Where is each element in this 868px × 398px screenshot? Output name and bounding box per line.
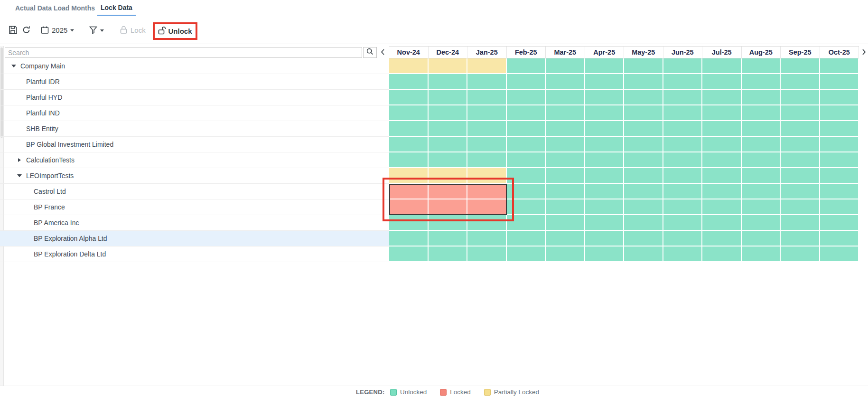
month-cell-unlocked[interactable] <box>585 246 625 262</box>
entity-row-label[interactable]: Company Main <box>0 58 389 74</box>
month-cell-unlocked[interactable] <box>546 90 585 105</box>
month-header-cell[interactable]: Sep-25 <box>781 47 820 58</box>
month-cell-unlocked[interactable] <box>546 105 585 121</box>
entity-row-label[interactable]: Planful IND <box>0 105 389 121</box>
month-cell-partially-locked[interactable] <box>467 168 507 184</box>
month-cell-unlocked[interactable] <box>781 90 820 105</box>
month-cell-unlocked[interactable] <box>585 168 625 184</box>
month-cell-unlocked[interactable] <box>389 105 429 121</box>
month-cell-partially-locked[interactable] <box>429 58 468 74</box>
month-cell-unlocked[interactable] <box>585 58 625 74</box>
month-cell-unlocked[interactable] <box>585 74 625 90</box>
month-cell-unlocked[interactable] <box>389 152 429 168</box>
month-cell-unlocked[interactable] <box>585 137 625 152</box>
caret-down-icon[interactable] <box>10 65 17 67</box>
entity-row-label[interactable]: BP Exploration Delta Ltd <box>0 246 389 262</box>
month-cell-unlocked[interactable] <box>546 246 585 262</box>
month-cell-unlocked[interactable] <box>702 58 742 74</box>
month-cell-unlocked[interactable] <box>663 74 703 90</box>
month-cell-unlocked[interactable] <box>507 58 546 74</box>
month-cell-unlocked[interactable] <box>467 105 507 121</box>
month-cell-unlocked[interactable] <box>702 137 742 152</box>
entity-row-label[interactable]: Planful IDR <box>0 74 389 90</box>
month-cell-unlocked[interactable] <box>820 152 859 168</box>
unlock-button[interactable]: Unlock <box>158 26 192 36</box>
month-cell-unlocked[interactable] <box>624 74 663 90</box>
month-cell-unlocked[interactable] <box>624 246 663 262</box>
month-cell-unlocked[interactable] <box>585 184 625 199</box>
month-cell-unlocked[interactable] <box>702 184 742 199</box>
month-cell-unlocked[interactable] <box>507 121 546 137</box>
entity-row-label[interactable]: BP France <box>0 199 389 215</box>
month-cell-unlocked[interactable] <box>702 152 742 168</box>
month-cell-unlocked[interactable] <box>663 121 703 137</box>
month-cell-unlocked[interactable] <box>507 168 546 184</box>
month-cell-unlocked[interactable] <box>781 184 820 199</box>
month-cell-unlocked[interactable] <box>663 137 703 152</box>
month-cell-unlocked[interactable] <box>781 105 820 121</box>
entity-row-label[interactable]: BP America Inc <box>0 215 389 231</box>
month-cell-unlocked[interactable] <box>624 121 663 137</box>
month-cell-unlocked[interactable] <box>742 184 781 199</box>
month-cell-unlocked[interactable] <box>663 246 703 262</box>
scroll-months-right-button[interactable] <box>860 47 868 58</box>
month-cell-unlocked[interactable] <box>820 74 859 90</box>
month-cell-unlocked[interactable] <box>702 105 742 121</box>
caret-right-icon[interactable] <box>16 158 22 162</box>
month-header-cell[interactable]: Jun-25 <box>663 47 703 58</box>
month-cell-unlocked[interactable] <box>820 137 859 152</box>
month-cell-unlocked[interactable] <box>742 58 781 74</box>
month-cell-unlocked[interactable] <box>781 215 820 231</box>
month-cell-unlocked[interactable] <box>585 199 625 215</box>
month-cell-unlocked[interactable] <box>702 121 742 137</box>
month-cell-unlocked[interactable] <box>507 231 546 246</box>
month-cell-partially-locked[interactable] <box>389 58 429 74</box>
month-cell-unlocked[interactable] <box>742 152 781 168</box>
month-header-cell[interactable]: Nov-24 <box>389 47 429 58</box>
month-cell-unlocked[interactable] <box>781 152 820 168</box>
entity-row-label[interactable]: SHB Entity <box>0 121 389 137</box>
month-cell-unlocked[interactable] <box>820 90 859 105</box>
month-cell-unlocked[interactable] <box>702 90 742 105</box>
month-cell-locked[interactable] <box>429 199 468 215</box>
month-cell-unlocked[interactable] <box>663 90 703 105</box>
month-cell-unlocked[interactable] <box>742 105 781 121</box>
month-cell-unlocked[interactable] <box>389 215 429 231</box>
month-cell-partially-locked[interactable] <box>389 168 429 184</box>
month-cell-unlocked[interactable] <box>624 152 663 168</box>
month-header-cell[interactable]: May-25 <box>624 47 663 58</box>
month-cell-unlocked[interactable] <box>546 215 585 231</box>
search-input[interactable] <box>5 47 362 58</box>
entity-row-label[interactable]: CalculationTests <box>0 152 389 168</box>
month-cell-unlocked[interactable] <box>702 199 742 215</box>
month-cell-unlocked[interactable] <box>742 215 781 231</box>
month-cell-unlocked[interactable] <box>467 137 507 152</box>
month-cell-unlocked[interactable] <box>702 231 742 246</box>
month-cell-partially-locked[interactable] <box>429 168 468 184</box>
year-picker[interactable]: 2025 <box>41 26 74 34</box>
filter-button[interactable] <box>89 26 104 34</box>
month-cell-unlocked[interactable] <box>624 215 663 231</box>
month-cell-unlocked[interactable] <box>429 74 468 90</box>
month-cell-unlocked[interactable] <box>742 74 781 90</box>
month-cell-unlocked[interactable] <box>663 215 703 231</box>
scroll-months-left-button[interactable] <box>378 47 387 58</box>
month-cell-unlocked[interactable] <box>507 215 546 231</box>
month-cell-unlocked[interactable] <box>624 58 663 74</box>
month-header-cell[interactable]: Dec-24 <box>429 47 468 58</box>
month-cell-unlocked[interactable] <box>781 168 820 184</box>
month-cell-unlocked[interactable] <box>742 137 781 152</box>
save-button[interactable] <box>9 26 18 35</box>
month-cell-unlocked[interactable] <box>429 215 468 231</box>
refresh-button[interactable] <box>22 26 31 35</box>
month-cell-unlocked[interactable] <box>507 152 546 168</box>
month-cell-unlocked[interactable] <box>820 184 859 199</box>
month-cell-unlocked[interactable] <box>507 105 546 121</box>
month-cell-unlocked[interactable] <box>546 231 585 246</box>
month-cell-unlocked[interactable] <box>781 246 820 262</box>
month-cell-unlocked[interactable] <box>663 168 703 184</box>
month-cell-unlocked[interactable] <box>585 105 625 121</box>
month-cell-unlocked[interactable] <box>820 121 859 137</box>
month-cell-unlocked[interactable] <box>585 90 625 105</box>
month-cell-unlocked[interactable] <box>820 105 859 121</box>
